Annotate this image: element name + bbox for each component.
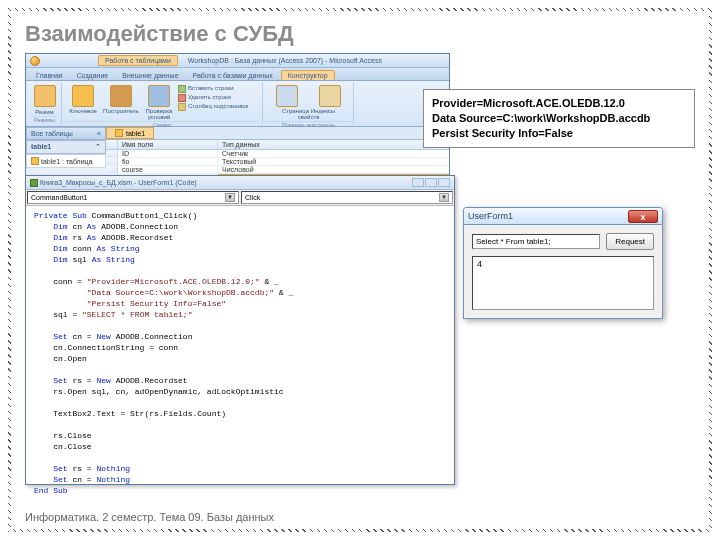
builder-label: Построитель bbox=[102, 108, 140, 114]
conn-persist: Persist Security Info=False bbox=[432, 126, 686, 141]
conn-datasource: Data Source=C:\work\WorkshopDB.accdb bbox=[432, 111, 686, 126]
office-orb-icon[interactable] bbox=[30, 56, 40, 66]
builder-icon[interactable] bbox=[110, 85, 132, 107]
primary-key-label: Ключевое bbox=[66, 108, 100, 114]
access-window-title: WorkshopDB : База данных (Access 2007) -… bbox=[188, 57, 382, 64]
query-textbox[interactable]: Select * From table1; bbox=[472, 234, 600, 249]
validation-label-2: условий bbox=[148, 114, 171, 120]
request-button[interactable]: Request bbox=[606, 233, 654, 250]
doc-tab-table1[interactable]: table1 bbox=[106, 127, 154, 139]
chevron-left-icon[interactable]: « bbox=[97, 130, 101, 137]
minimize-button[interactable] bbox=[412, 178, 424, 187]
procedure-combo[interactable]: Click▼ bbox=[241, 191, 453, 204]
access-window: Работа с таблицами WorkshopDB : База дан… bbox=[25, 53, 450, 185]
indexes-icon[interactable] bbox=[319, 85, 341, 107]
access-titlebar: Работа с таблицами WorkshopDB : База дан… bbox=[26, 54, 449, 68]
object-combo[interactable]: CommandButton1▼ bbox=[27, 191, 239, 204]
chevron-down-icon[interactable]: ▼ bbox=[225, 193, 235, 202]
tab-design[interactable]: Конструктор bbox=[281, 70, 335, 80]
vba-code-area[interactable]: Private Sub CommandButton1_Click() Dim c… bbox=[26, 206, 454, 500]
close-button[interactable] bbox=[438, 178, 450, 187]
lookup-column[interactable]: Столбец подстановок bbox=[178, 102, 259, 111]
validation-icon[interactable] bbox=[148, 85, 170, 107]
table-icon bbox=[115, 129, 123, 137]
tab-home[interactable]: Главная bbox=[30, 71, 69, 80]
close-button[interactable]: x bbox=[628, 210, 658, 223]
contextual-tab-group: Работа с таблицами bbox=[98, 55, 178, 66]
group-caption-views: Режимы bbox=[31, 116, 58, 123]
userform-title: UserForm1 bbox=[468, 211, 513, 221]
primary-key-icon[interactable] bbox=[72, 85, 94, 107]
tab-create[interactable]: Создание bbox=[71, 71, 115, 80]
table-icon bbox=[31, 157, 39, 165]
delete-rows[interactable]: Удалить строки bbox=[178, 93, 259, 102]
vba-titlebar: Книга3_Макросы_с_БД.xlsm - UserForm1 (Co… bbox=[26, 176, 454, 190]
col-fieldname: Имя поля bbox=[118, 140, 218, 149]
view-label: Режим bbox=[31, 109, 58, 115]
table-row[interactable]: IDСчетчик bbox=[106, 150, 449, 158]
connection-string-box: Provider=Microsoft.ACE.OLEDB.12.0 Data S… bbox=[423, 89, 695, 148]
result-textbox[interactable]: 4 bbox=[472, 256, 654, 310]
slide-title: Взаимодействие с СУБД bbox=[25, 21, 695, 47]
ribbon-tabs: Главная Создание Внешние данные Работа с… bbox=[26, 68, 449, 81]
tab-dbtools[interactable]: Работа с базами данных bbox=[187, 71, 279, 80]
propsheet-label2: свойств bbox=[298, 114, 320, 120]
tab-external[interactable]: Внешние данные bbox=[116, 71, 184, 80]
conn-provider: Provider=Microsoft.ACE.OLEDB.12.0 bbox=[432, 96, 686, 111]
view-icon[interactable] bbox=[34, 85, 56, 107]
table-row[interactable]: fioТекстовый bbox=[106, 158, 449, 166]
table-row[interactable]: courseЧисловой bbox=[106, 166, 449, 174]
ribbon: Режим Режимы Ключевое Построитель bbox=[26, 81, 449, 127]
vba-module-icon bbox=[30, 179, 38, 187]
nav-header[interactable]: Все таблицы« bbox=[26, 127, 106, 140]
nav-group[interactable]: table1⌃ bbox=[26, 140, 106, 154]
property-sheet-icon[interactable] bbox=[276, 85, 298, 107]
nav-item-table1[interactable]: table1 : таблица bbox=[26, 154, 106, 168]
maximize-button[interactable] bbox=[425, 178, 437, 187]
insert-rows[interactable]: Вставить строки bbox=[178, 84, 259, 93]
vba-code-window: Книга3_Макросы_с_БД.xlsm - UserForm1 (Co… bbox=[25, 175, 455, 485]
vba-window-title: Книга3_Макросы_с_БД.xlsm - UserForm1 (Co… bbox=[40, 179, 197, 186]
chevron-up-icon[interactable]: ⌃ bbox=[95, 143, 101, 151]
chevron-down-icon[interactable]: ▼ bbox=[439, 193, 449, 202]
userform-window: UserForm1 x Select * From table1; Reques… bbox=[463, 207, 663, 319]
col-datatype: Тип данных bbox=[218, 140, 449, 149]
userform-titlebar: UserForm1 x bbox=[463, 207, 663, 225]
slide-footer: Информатика. 2 семестр. Тема 09. Базы да… bbox=[25, 511, 274, 523]
